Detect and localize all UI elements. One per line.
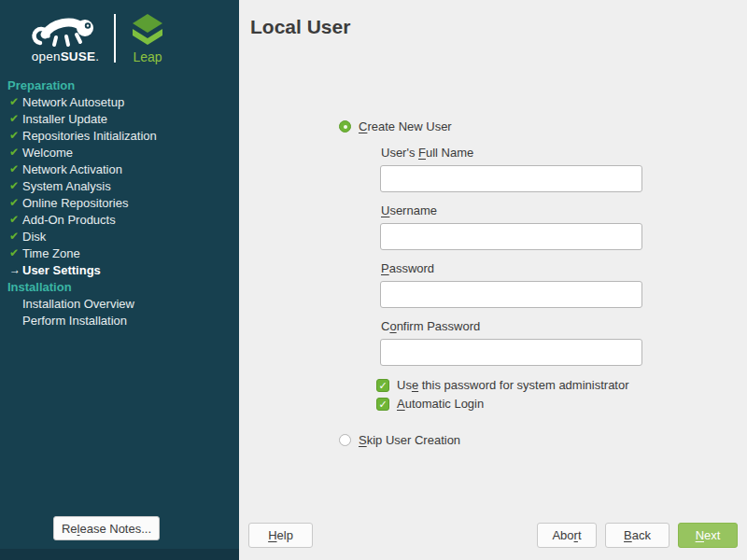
- checkbox-checked-icon[interactable]: ✓: [376, 398, 389, 411]
- leap-wordmark: Leap: [133, 49, 162, 64]
- installer-step: ✔ Add-On Products: [7, 211, 233, 228]
- installer-step: ✔ Online Repositories: [7, 194, 233, 211]
- check-icon: ✔: [9, 245, 22, 261]
- radio-unselected-icon[interactable]: [339, 434, 351, 446]
- radio-selected-icon[interactable]: [339, 120, 351, 133]
- create-new-user-label: Create New User: [359, 119, 452, 133]
- opensuse-logo: openSUSE.: [28, 14, 103, 63]
- check-icon: ✔: [9, 127, 22, 144]
- step-label: Welcome: [22, 146, 73, 160]
- full-name-label: User's Full Name: [381, 146, 473, 160]
- installer-step: Installation: [7, 278, 233, 295]
- leap-diamond-icon: [129, 13, 166, 49]
- installer-steps-list: Preparation ✔ Network Autosetup ✔ Instal…: [7, 77, 233, 329]
- check-icon: ✔: [9, 177, 22, 194]
- installer-step: → User Settings: [7, 261, 233, 278]
- release-notes-button[interactable]: Release Notes...: [53, 516, 160, 540]
- step-label: Installation: [7, 280, 72, 294]
- create-new-user-radio-row[interactable]: Create New User: [339, 119, 452, 133]
- installer-step: ✔ Welcome: [7, 144, 233, 161]
- chameleon-icon: [28, 14, 103, 51]
- step-label: Online Repositories: [22, 196, 128, 210]
- step-label: Repositories Initialization: [22, 129, 157, 143]
- confirm-password-input[interactable]: [380, 339, 642, 366]
- automatic-login-row[interactable]: ✓ Automatic Login: [376, 397, 484, 411]
- installer-step: ✔ Time Zone: [7, 245, 233, 261]
- use-password-admin-label: Use this password for system administrat…: [397, 378, 629, 392]
- installer-window: openSUSE. Leap Preparation ✔ Network Aut…: [0, 0, 747, 560]
- step-label: Time Zone: [22, 246, 80, 260]
- step-label: Preparation: [7, 78, 75, 92]
- check-icon: ✔: [9, 228, 22, 245]
- installer-step: ✔ System Analysis: [7, 177, 233, 194]
- leap-logo: Leap: [129, 13, 166, 64]
- installer-step: ✔ Network Activation: [7, 161, 233, 177]
- password-label: Password: [381, 261, 434, 275]
- back-button[interactable]: Back: [605, 523, 669, 548]
- installer-step: ✔ Disk: [7, 228, 233, 245]
- full-name-input[interactable]: [380, 165, 642, 192]
- skip-user-creation-label: Skip User Creation: [359, 433, 460, 447]
- check-icon: ✔: [9, 93, 22, 110]
- step-label: Add-On Products: [22, 213, 116, 227]
- installer-step: Installation Overview: [7, 295, 233, 312]
- arrow-icon: →: [9, 261, 22, 278]
- step-label: User Settings: [22, 263, 101, 277]
- password-input[interactable]: [380, 281, 642, 308]
- next-button[interactable]: Next: [678, 523, 738, 548]
- automatic-login-label: Automatic Login: [397, 397, 484, 411]
- skip-user-creation-radio-row[interactable]: Skip User Creation: [339, 433, 460, 447]
- brand: openSUSE. Leap: [28, 11, 215, 65]
- installer-step: ✔ Network Autosetup: [7, 93, 233, 110]
- check-icon: ✔: [9, 211, 22, 228]
- check-icon: ✔: [9, 110, 22, 127]
- abort-button[interactable]: Abort: [537, 523, 597, 548]
- sidebar: openSUSE. Leap Preparation ✔ Network Aut…: [0, 0, 239, 560]
- use-password-admin-row[interactable]: ✓ Use this password for system administr…: [376, 378, 629, 392]
- installer-step: ✔ Repositories Initialization: [7, 127, 233, 144]
- step-label: Network Activation: [22, 162, 122, 176]
- sidebar-bottom-strip: [0, 549, 239, 560]
- check-icon: ✔: [9, 194, 22, 211]
- username-label: Username: [381, 203, 437, 217]
- username-input[interactable]: [380, 223, 642, 250]
- checkbox-checked-icon[interactable]: ✓: [376, 379, 389, 392]
- check-icon: ✔: [9, 144, 22, 161]
- step-label: System Analysis: [22, 179, 111, 193]
- main-pane: Local User Create New User User's Full N…: [239, 0, 747, 560]
- confirm-password-label: Confirm Password: [381, 319, 480, 333]
- help-button[interactable]: Help: [248, 523, 313, 548]
- check-icon: ✔: [9, 161, 22, 177]
- brand-divider: [114, 14, 116, 63]
- page-title: Local User: [250, 16, 350, 38]
- step-label: Installation Overview: [22, 297, 134, 311]
- opensuse-wordmark: openSUSE.: [32, 49, 99, 63]
- step-label: Network Autosetup: [22, 95, 124, 109]
- installer-step: Perform Installation: [7, 312, 233, 329]
- installer-step: Preparation: [7, 77, 233, 93]
- installer-step: ✔ Installer Update: [7, 110, 233, 127]
- step-label: Disk: [22, 230, 46, 244]
- step-label: Installer Update: [22, 112, 107, 126]
- step-label: Perform Installation: [22, 314, 127, 328]
